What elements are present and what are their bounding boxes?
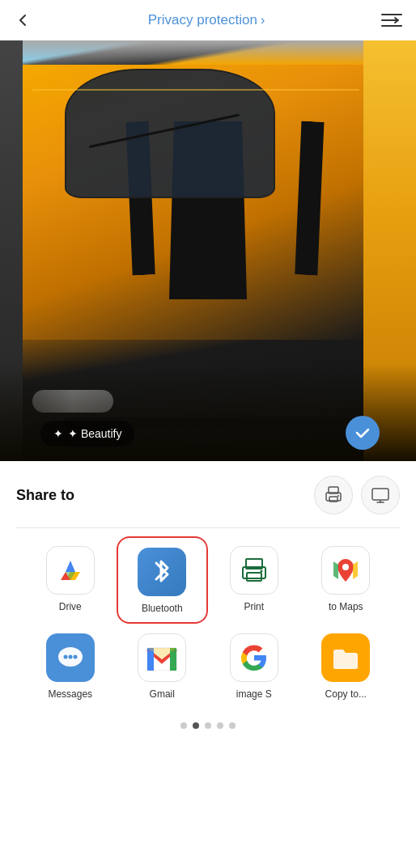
print-icon-svg [240,556,269,585]
google-icon-svg [239,642,270,673]
svg-rect-7 [372,489,388,500]
maps-app-icon [321,546,370,595]
share-title: Share to [16,487,74,504]
gmail-label: Gmail [150,688,175,700]
copyto-icon-svg [330,642,361,673]
svg-rect-30 [170,651,175,669]
drive-app-icon [46,546,95,595]
apps-grid: Drive Bluetooth Print [16,536,400,708]
app-item-drive[interactable]: Drive [24,536,117,624]
svg-point-6 [337,495,339,497]
svg-rect-17 [247,573,261,581]
app-item-print[interactable]: Print [208,536,300,624]
printer-icon [324,485,343,505]
svg-point-23 [63,655,67,659]
display-button[interactable] [361,476,400,514]
svg-point-24 [68,655,72,659]
print-app-icon [230,546,278,595]
svg-point-18 [260,570,262,573]
google-app-icon [230,633,278,682]
dot-3[interactable] [205,722,211,729]
share-header: Share to [16,476,400,514]
dot-4[interactable] [217,722,223,729]
dot-5[interactable] [229,722,236,729]
google-label: image S [236,688,272,700]
bluetooth-label: Bluetooth [142,603,183,614]
print-button[interactable] [314,476,353,514]
sparkle-icon: ✦ [53,427,63,440]
app-item-bluetooth[interactable]: Bluetooth [117,536,209,624]
gmail-icon-svg [146,645,178,671]
app-item-messages[interactable]: Messages [24,624,117,708]
maps-label: to Maps [329,601,363,612]
drive-icon-svg [56,557,85,583]
svg-marker-13 [66,561,75,572]
display-icon [371,485,390,505]
header-icons [380,11,403,29]
select-button[interactable] [346,416,380,450]
copyto-label: Copy to... [325,688,367,700]
drive-label: Drive [59,601,82,612]
divider [16,527,400,528]
svg-point-25 [73,655,77,659]
app-item-google[interactable]: image S [208,624,300,708]
svg-rect-29 [149,651,154,669]
bluetooth-app-icon [138,548,186,596]
svg-marker-20 [333,561,338,579]
image-area: ✦ ✦ Beautify [0,40,416,461]
share-section: Share to [0,461,416,745]
maps-icon-svg [330,555,361,586]
beautify-button[interactable]: ✦ ✦ Beautify [40,421,134,447]
car-photo [0,40,416,461]
share-action-buttons [314,476,400,514]
svg-point-19 [342,564,349,570]
beautify-label: ✦ Beautify [68,427,121,440]
filter-icon[interactable] [380,11,403,29]
header: Privacy protection › [0,0,416,40]
app-item-copyto[interactable]: Copy to... [300,624,393,708]
app-item-maps[interactable]: to Maps [300,536,393,624]
bluetooth-icon-svg [150,555,174,589]
checkmark-icon [354,424,371,442]
gmail-app-icon [138,633,186,682]
messages-label: Messages [48,688,92,700]
messages-app-icon [46,633,95,682]
page-dots [16,708,400,737]
page-title: Privacy protection › [148,12,265,28]
title-chevron-icon: › [261,13,265,28]
dot-2[interactable] [193,722,199,729]
dot-1[interactable] [180,722,187,729]
print-label: Print [244,601,264,612]
copyto-app-icon [321,633,370,682]
svg-marker-21 [353,561,358,579]
back-button[interactable] [13,11,32,30]
messages-icon-svg [55,642,86,673]
app-item-gmail[interactable]: Gmail [117,624,209,708]
title-text: Privacy protection [148,12,257,28]
